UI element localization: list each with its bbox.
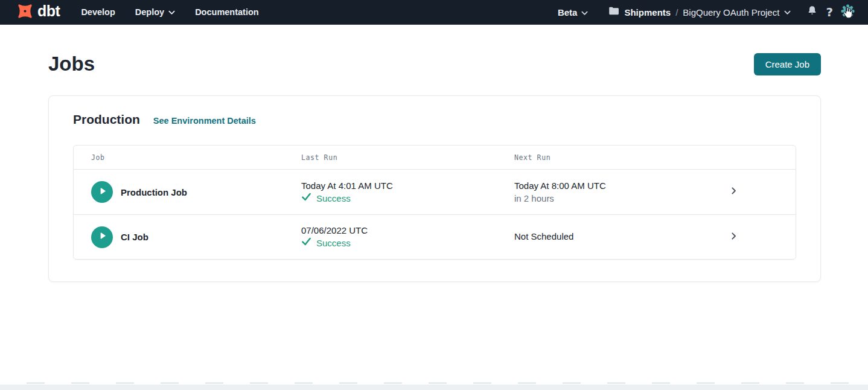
- chevron-right-icon[interactable]: [729, 186, 738, 198]
- page-header: Jobs Create Job: [0, 25, 868, 75]
- check-icon: [301, 193, 311, 205]
- row-open-cell: [729, 231, 796, 243]
- job-name: Production Job: [121, 187, 187, 197]
- gear-icon: [841, 4, 855, 21]
- bell-icon: [806, 5, 818, 19]
- beta-dropdown[interactable]: Beta: [558, 7, 589, 18]
- status-badge: Success: [316, 237, 351, 249]
- nav-item-develop-label: Develop: [81, 7, 115, 17]
- dbt-logo-text: dbt: [37, 4, 60, 21]
- nav-icon-group: ?: [806, 4, 855, 21]
- chevron-down-icon: [784, 7, 791, 18]
- next-run-time: Not Scheduled: [514, 231, 729, 243]
- play-icon: [97, 186, 107, 199]
- table-row-ci-job[interactable]: CI Job 07/06/2022 UTC Success Not Schedu…: [74, 214, 796, 259]
- main-content: Jobs Create Job Production See Environme…: [0, 25, 868, 282]
- create-job-button[interactable]: Create Job: [754, 53, 821, 75]
- nav-right: Beta Shipments / BigQuery OAuth Project: [558, 4, 855, 21]
- dbt-logo-icon: [16, 2, 34, 23]
- column-header-job: Job: [74, 153, 301, 162]
- project-switcher[interactable]: Shipments / BigQuery OAuth Project: [608, 6, 791, 18]
- help-icon: ?: [826, 6, 833, 18]
- table-row-production-job[interactable]: Production Job Today At 4:01 AM UTC Succ…: [74, 170, 796, 214]
- job-name: CI Job: [121, 232, 148, 242]
- environment-details-link[interactable]: See Environment Details: [153, 116, 256, 126]
- next-run-cell: Not Scheduled: [514, 231, 729, 243]
- environment-card: Production See Environment Details Job L…: [48, 95, 821, 282]
- breadcrumb-account: Shipments: [624, 7, 671, 18]
- row-open-cell: [729, 186, 796, 198]
- nav-links: Develop Deploy Documentation: [81, 7, 258, 17]
- nav-item-develop[interactable]: Develop: [81, 7, 115, 17]
- next-run-time: Today At 8:00 AM UTC: [514, 180, 729, 192]
- run-job-button[interactable]: [91, 181, 113, 203]
- breadcrumb-separator: /: [675, 7, 678, 18]
- last-run-cell: 07/06/2022 UTC Success: [301, 225, 514, 249]
- page-bottom-dashes: [0, 382, 868, 384]
- beta-label: Beta: [558, 7, 578, 18]
- chevron-down-icon: [168, 7, 175, 17]
- nav-item-documentation-label: Documentation: [195, 7, 259, 17]
- chevron-down-icon: [581, 7, 588, 18]
- nav-item-documentation[interactable]: Documentation: [195, 7, 259, 17]
- jobs-table: Job Last Run Next Run Production Job Tod…: [73, 145, 796, 260]
- last-run-status: Success: [301, 237, 514, 249]
- dbt-logo[interactable]: dbt: [16, 2, 60, 23]
- chevron-right-icon[interactable]: [729, 231, 738, 243]
- job-cell: Production Job: [74, 181, 301, 203]
- last-run-time: Today At 4:01 AM UTC: [301, 180, 514, 192]
- nav-item-deploy[interactable]: Deploy: [135, 7, 175, 17]
- environment-card-header: Production See Environment Details: [49, 96, 820, 127]
- status-badge: Success: [316, 193, 351, 205]
- job-cell: CI Job: [74, 226, 301, 248]
- environment-name: Production: [73, 112, 140, 127]
- last-run-cell: Today At 4:01 AM UTC Success: [301, 180, 514, 205]
- column-header-next-run: Next Run: [514, 153, 729, 162]
- nav-item-deploy-label: Deploy: [135, 7, 164, 17]
- check-icon: [301, 237, 311, 249]
- notifications-button[interactable]: [806, 5, 818, 19]
- top-nav: dbt Develop Deploy Documentation Beta: [0, 0, 868, 25]
- page-title: Jobs: [48, 53, 95, 75]
- settings-button[interactable]: [841, 4, 855, 21]
- next-run-relative: in 2 hours: [514, 193, 729, 205]
- play-icon: [97, 231, 107, 243]
- column-header-last-run: Last Run: [301, 153, 514, 162]
- help-button[interactable]: ?: [826, 6, 833, 18]
- last-run-status: Success: [301, 193, 514, 205]
- page-bottom-strip: [0, 385, 868, 390]
- last-run-time: 07/06/2022 UTC: [301, 225, 514, 237]
- next-run-cell: Today At 8:00 AM UTC in 2 hours: [514, 180, 729, 205]
- jobs-table-header: Job Last Run Next Run: [74, 145, 796, 170]
- breadcrumb-project: BigQuery OAuth Project: [683, 7, 779, 18]
- run-job-button[interactable]: [91, 226, 113, 248]
- folder-icon: [608, 6, 619, 18]
